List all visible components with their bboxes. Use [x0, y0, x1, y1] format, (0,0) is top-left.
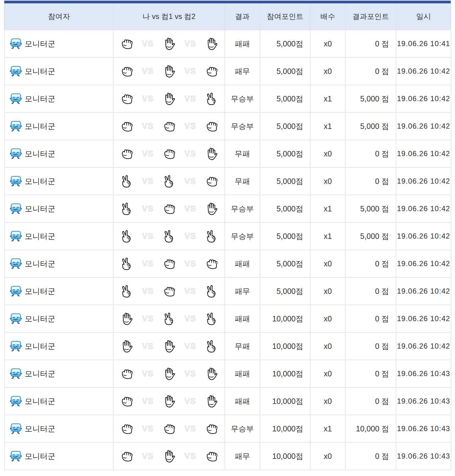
- datetime-value: 19.06.26 10:42: [397, 149, 450, 158]
- result-points-value: 0 점: [375, 39, 389, 49]
- hands-cell: VSVS: [113, 415, 225, 442]
- open-hand-icon: [162, 92, 176, 106]
- victory-hand-icon: [119, 257, 134, 271]
- fist-hand-icon: [162, 257, 176, 271]
- datetime-cell: 19.06.26 10:42: [396, 305, 451, 332]
- participant-name: 모니터군: [25, 314, 55, 324]
- result-text: 패패: [235, 396, 250, 406]
- result-points-value: 0 점: [375, 66, 389, 76]
- result-cell: 패패: [225, 305, 260, 332]
- hands-cell: VSVS: [113, 250, 225, 277]
- multiplier-cell: x0: [310, 57, 345, 85]
- monitor-character-icon: [10, 258, 22, 269]
- participant-cell: 모니터군: [5, 277, 113, 305]
- result-text: 무패: [235, 176, 250, 186]
- entry-points-cell: 5,000점: [260, 140, 310, 167]
- fist-hand-icon: [119, 37, 134, 51]
- result-points-value: 0 점: [375, 369, 389, 379]
- entry-points-cell: 10,000점: [260, 360, 310, 387]
- multiplier-value: x1: [324, 94, 332, 103]
- datetime-value: 19.06.26 10:41: [397, 39, 450, 48]
- result-text: 무승부: [231, 121, 254, 131]
- entry-points-cell: 10,000점: [260, 442, 310, 470]
- result-text: 패패: [235, 39, 250, 49]
- result-points-value: 5,000 점: [360, 94, 389, 104]
- entry-points-value: 10,000점: [272, 314, 303, 324]
- monitor-character-icon: [10, 175, 22, 187]
- participant-cell: 모니터군: [5, 112, 113, 140]
- hands-cell: VSVS: [113, 222, 225, 250]
- datetime-cell: 19.06.26 10:43: [396, 415, 451, 442]
- vs-separator: VS: [184, 39, 196, 49]
- result-points-cell: 0 점: [345, 57, 396, 85]
- multiplier-cell: x1: [310, 112, 345, 140]
- hands-cell: VSVS: [113, 332, 225, 360]
- result-points-value: 0 점: [375, 259, 389, 269]
- vs-separator: VS: [142, 342, 154, 351]
- datetime-value: 19.06.26 10:42: [397, 232, 450, 240]
- vs-separator: VS: [184, 204, 196, 214]
- result-cell: 패패: [225, 360, 260, 387]
- entry-points-cell: 5,000점: [260, 222, 310, 250]
- multiplier-value: x0: [324, 149, 332, 158]
- result-text: 무승부: [231, 231, 254, 241]
- header-participant: 참여자: [5, 3, 113, 30]
- participant-cell: 모니터군: [5, 140, 113, 167]
- result-points-cell: 5,000 점: [345, 85, 396, 112]
- fist-hand-icon: [119, 64, 134, 79]
- entry-points-cell: 5,000점: [260, 112, 310, 140]
- open-hand-icon: [162, 37, 176, 51]
- vs-separator: VS: [184, 232, 196, 241]
- vs-separator: VS: [184, 122, 196, 131]
- victory-hand-icon: [162, 174, 176, 189]
- result-cell: 무승부: [225, 195, 260, 222]
- result-text: 패패: [235, 314, 250, 324]
- result-points-cell: 10,000 점: [345, 415, 396, 442]
- result-cell: 패무: [225, 57, 260, 85]
- entry-points-cell: 10,000점: [260, 332, 310, 360]
- datetime-value: 19.06.26 10:42: [397, 287, 450, 295]
- participant-cell: 모니터군: [5, 167, 113, 195]
- entry-points-value: 5,000점: [276, 259, 303, 269]
- result-points-value: 5,000 점: [360, 231, 389, 241]
- history-row: 모니터군 VSVS 패패 5,000점 x0 0 점 19.06.26 10:4…: [5, 250, 451, 277]
- vs-separator: VS: [142, 287, 154, 296]
- open-hand-icon: [204, 394, 219, 408]
- fist-hand-icon: [119, 119, 134, 134]
- datetime-cell: 19.06.26 10:42: [396, 57, 451, 85]
- result-cell: 무승부: [225, 85, 260, 112]
- participant-name: 모니터군: [25, 121, 55, 131]
- vs-separator: VS: [184, 287, 196, 296]
- vs-separator: VS: [184, 67, 196, 76]
- result-points-cell: 0 점: [345, 332, 396, 360]
- history-row: 모니터군 VSVS 패패 10,000점 x0 0 점 19.06.26 10:…: [5, 305, 451, 332]
- multiplier-cell: x0: [310, 387, 345, 415]
- multiplier-cell: x1: [310, 415, 345, 442]
- fist-hand-icon: [162, 119, 176, 134]
- vs-separator: VS: [184, 94, 196, 104]
- multiplier-cell: x1: [310, 195, 345, 222]
- monitor-character-icon: [10, 93, 22, 104]
- result-cell: 패패: [225, 387, 260, 415]
- datetime-cell: 19.06.26 10:42: [396, 277, 451, 305]
- result-points-cell: 0 점: [345, 30, 396, 57]
- vs-separator: VS: [142, 149, 154, 159]
- result-points-value: 5,000 점: [360, 121, 389, 131]
- vs-separator: VS: [142, 39, 154, 49]
- game-history-table: 참여자 나 vs 컴1 vs 컴2 결과 참여포인트 배수 결과포인트 일시 모…: [4, 1, 451, 470]
- result-points-cell: 0 점: [345, 387, 396, 415]
- datetime-value: 19.06.26 10:42: [397, 259, 450, 268]
- entry-points-value: 5,000점: [276, 286, 303, 296]
- fist-hand-icon: [204, 257, 219, 271]
- multiplier-value: x1: [324, 424, 332, 433]
- multiplier-value: x1: [324, 122, 332, 131]
- open-hand-icon: [162, 394, 176, 408]
- entry-points-value: 10,000점: [272, 396, 303, 406]
- vs-separator: VS: [184, 259, 196, 269]
- victory-hand-icon: [119, 284, 134, 298]
- multiplier-cell: x0: [310, 305, 345, 332]
- result-points-value: 0 점: [375, 396, 389, 406]
- datetime-value: 19.06.26 10:42: [397, 67, 450, 75]
- entry-points-cell: 5,000점: [260, 195, 310, 222]
- vs-separator: VS: [142, 122, 154, 131]
